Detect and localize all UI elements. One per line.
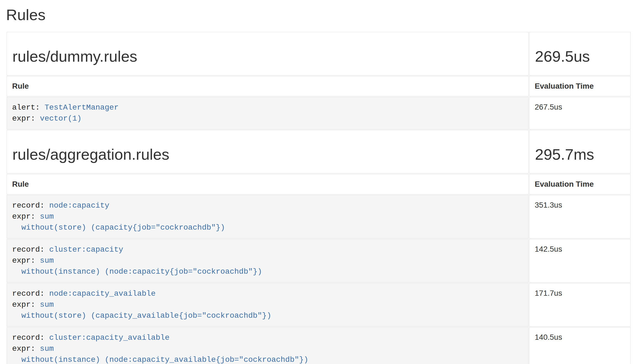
rule-keyword-text: expr: xyxy=(12,300,40,309)
page-title: Rules xyxy=(6,6,631,24)
promql-expression-link[interactable]: sum without(instance) (node:capacity_ava… xyxy=(12,344,308,364)
rule-definition-cell: record: node:capacity_available expr: su… xyxy=(7,283,529,327)
rule-keyword-text: record: xyxy=(12,201,49,210)
rule-group-file-cell: rules/aggregation.rules xyxy=(7,130,529,173)
column-header-row: RuleEvaluation Time xyxy=(7,76,631,96)
rule-column-header: Rule xyxy=(7,174,529,194)
rule-group-file-cell: rules/dummy.rules xyxy=(7,32,529,75)
promql-expression-link[interactable]: sum without(store) (capacity{job="cockro… xyxy=(12,212,225,232)
rule-keyword-text: record: xyxy=(12,289,49,298)
rule-keyword-text: record: xyxy=(12,333,49,342)
promql-expression-link[interactable]: cluster:capacity_available xyxy=(49,333,169,342)
promql-expression-link[interactable]: sum without(instance) (node:capacity{job… xyxy=(12,256,262,276)
rule-row: record: node:capacity_available expr: su… xyxy=(7,283,631,327)
rule-evaluation-time: 142.5us xyxy=(529,239,631,282)
promql-expression-link[interactable]: vector(1) xyxy=(40,114,82,123)
rule-definition-cell: record: cluster:capacity_available expr:… xyxy=(7,327,529,364)
promql-expression-link[interactable]: node:capacity xyxy=(49,201,109,210)
rule-group-evaluation-cell: 269.5us xyxy=(529,32,631,75)
evaluation-time-column-header: Evaluation Time xyxy=(529,174,631,194)
rule-column-header: Rule xyxy=(7,76,529,96)
rule-evaluation-time: 267.5us xyxy=(529,97,631,129)
rule-row: alert: TestAlertManager expr: vector(1)2… xyxy=(7,97,631,129)
rule-definition-cell: alert: TestAlertManager expr: vector(1) xyxy=(7,97,529,129)
rule-group-file: rules/dummy.rules xyxy=(12,48,523,65)
rule-keyword-text: expr: xyxy=(12,212,40,221)
rule-group-header-row: rules/aggregation.rules295.7ms xyxy=(7,130,631,173)
rule-evaluation-time: 140.5us xyxy=(529,327,631,364)
rule-keyword-text: expr: xyxy=(12,256,40,265)
rule-group-file: rules/aggregation.rules xyxy=(12,146,523,163)
promql-expression-link[interactable]: node:capacity_available xyxy=(49,289,155,298)
rule-definition: record: cluster:capacity expr: sum witho… xyxy=(7,239,528,282)
promql-expression-link[interactable]: cluster:capacity xyxy=(49,245,123,254)
rule-row: record: node:capacity expr: sum without(… xyxy=(7,195,631,238)
rule-definition: record: node:capacity_available expr: su… xyxy=(7,283,528,326)
rule-evaluation-time: 351.3us xyxy=(529,195,631,238)
rules-table-body: rules/dummy.rules269.5usRuleEvaluation T… xyxy=(7,32,631,364)
rule-keyword-text: alert: xyxy=(12,103,45,112)
rule-keyword-text: expr: xyxy=(12,114,40,123)
rule-definition-cell: record: cluster:capacity expr: sum witho… xyxy=(7,239,529,282)
evaluation-time-column-header: Evaluation Time xyxy=(529,76,631,96)
rule-group-header-row: rules/dummy.rules269.5us xyxy=(7,32,631,75)
rule-definition: record: cluster:capacity_available expr:… xyxy=(7,327,528,364)
rule-definition: record: node:capacity expr: sum without(… xyxy=(7,195,528,238)
rule-row: record: cluster:capacity_available expr:… xyxy=(7,327,631,364)
rule-definition-cell: record: node:capacity expr: sum without(… xyxy=(7,195,529,238)
promql-expression-link[interactable]: sum without(store) (capacity_available{j… xyxy=(12,300,271,320)
rule-evaluation-time: 171.7us xyxy=(529,283,631,327)
promql-expression-link[interactable]: TestAlertManager xyxy=(45,103,119,112)
rule-row: record: cluster:capacity expr: sum witho… xyxy=(7,239,631,282)
rule-definition: alert: TestAlertManager expr: vector(1) xyxy=(7,97,528,129)
rule-keyword-text: expr: xyxy=(12,344,40,353)
column-header-row: RuleEvaluation Time xyxy=(7,174,631,194)
rule-group-evaluation-cell: 295.7ms xyxy=(529,130,631,173)
group-evaluation-total: 295.7ms xyxy=(535,146,625,163)
group-evaluation-total: 269.5us xyxy=(535,48,625,65)
rules-table: rules/dummy.rules269.5usRuleEvaluation T… xyxy=(6,31,631,364)
rule-keyword-text: record: xyxy=(12,245,49,254)
